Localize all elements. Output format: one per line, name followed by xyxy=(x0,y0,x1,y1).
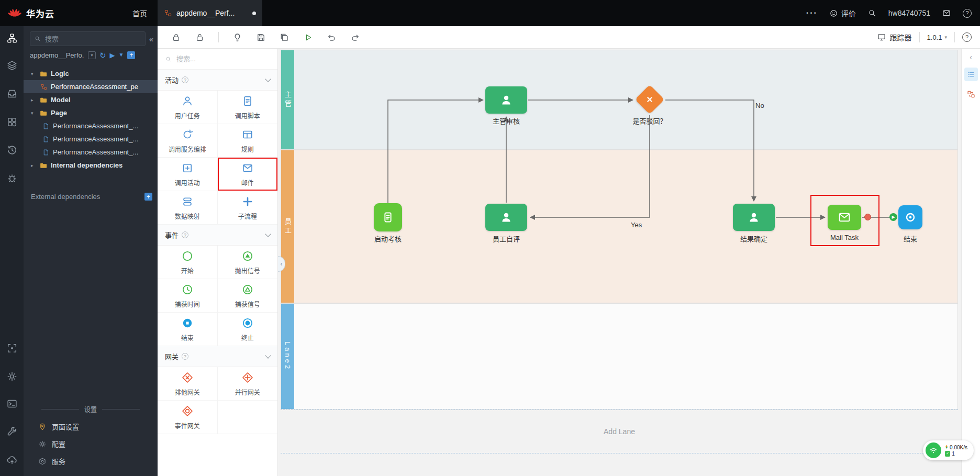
save-all-button[interactable] xyxy=(280,32,289,42)
app-switch-icon[interactable]: ▾ xyxy=(88,51,96,59)
lane-header[interactable]: 主管 xyxy=(281,50,294,149)
tree-folder-model[interactable]: ▸ Model xyxy=(24,93,158,106)
palette-item-rule[interactable]: 规则 xyxy=(218,124,278,158)
rail-history-button[interactable] xyxy=(0,141,24,160)
mail-icon[interactable] xyxy=(942,8,951,18)
rail-components-button[interactable] xyxy=(0,113,24,131)
rail-terminal-button[interactable] xyxy=(0,394,24,413)
run-icon[interactable]: ▶ xyxy=(110,52,115,59)
palette-item-data-mapping[interactable]: 数据映射 xyxy=(158,191,218,225)
palette-item-call-script[interactable]: 调用脚本 xyxy=(218,91,278,124)
palette-item-parallel-gateway[interactable]: 并行网关 xyxy=(218,367,278,401)
username[interactable]: hw84740751 xyxy=(888,9,930,17)
palette-item-call-activity[interactable]: 调用活动 xyxy=(158,158,218,191)
tree-folder-internal-dependencies[interactable]: ▸ Internal dependencies xyxy=(24,159,158,172)
flow-canvas[interactable]: 主管 员工 Lane2 Add Lane xyxy=(278,49,980,476)
rail-layers-button[interactable] xyxy=(0,56,24,75)
section-header-activities[interactable]: 活动 ? xyxy=(158,70,277,91)
feedback-button[interactable]: 评价 xyxy=(829,8,856,18)
app-tab[interactable]: appdemo__Perf... xyxy=(158,0,262,26)
tree-label: Page xyxy=(51,109,67,117)
lane-header[interactable]: Lane2 xyxy=(281,304,294,409)
node-self-evaluation[interactable] xyxy=(485,204,527,231)
section-header-gateways[interactable]: 网关 ? xyxy=(158,346,277,367)
icon-rail xyxy=(0,26,24,476)
home-link[interactable]: 首页 xyxy=(132,8,147,18)
palette-item-mail[interactable]: 邮件 xyxy=(218,158,278,191)
rail-inbox-button[interactable] xyxy=(0,84,24,103)
more-icon[interactable]: ··· xyxy=(806,8,818,18)
node-end[interactable] xyxy=(898,205,922,229)
throw-signal-icon xyxy=(241,250,254,262)
palette-item-exclusive-gateway[interactable]: 排他网关 xyxy=(158,367,218,401)
palette-item-end-event[interactable]: 结束 xyxy=(158,313,218,346)
palette-item-start-event[interactable]: 开始 xyxy=(158,246,218,279)
version-selector[interactable]: 1.0.1 ▾ xyxy=(927,34,947,41)
palette-item-throw-signal[interactable]: 抛出信号 xyxy=(218,246,278,279)
structure-panel-button[interactable] xyxy=(964,87,978,101)
tree-page-item[interactable]: PerformanceAssessment_... xyxy=(24,119,158,132)
huawei-logo-icon[interactable] xyxy=(7,8,22,18)
tree-item-performance-assessment[interactable]: PerformanceAssessment_pe xyxy=(24,80,158,93)
caret-down-icon: ▾ xyxy=(31,110,36,116)
network-status-widget[interactable]: ▲▼ 0.00K/s ✓ 1 xyxy=(923,440,974,460)
connection-anchor-dot[interactable] xyxy=(864,214,871,220)
collapse-panel-icon[interactable]: « xyxy=(148,35,154,43)
rail-scan-button[interactable] xyxy=(0,339,24,358)
node-start-assessment[interactable] xyxy=(374,203,402,231)
explorer-search-input[interactable] xyxy=(30,31,146,46)
node-mail-task[interactable] xyxy=(828,205,861,230)
palette-item-catch-signal[interactable]: 捕获信号 xyxy=(218,279,278,313)
brand-name[interactable]: 华为云 xyxy=(26,7,54,20)
services-item[interactable]: 服务 xyxy=(24,452,158,470)
palette-item-terminate-event[interactable]: 终止 xyxy=(218,313,278,346)
lock-button[interactable] xyxy=(171,32,181,42)
palette-item-user-task[interactable]: 用户任务 xyxy=(158,91,218,124)
properties-panel-button[interactable] xyxy=(964,68,978,81)
tree-folder-logic[interactable]: ▾ Logic xyxy=(24,67,158,80)
configuration-item[interactable]: 配置 xyxy=(24,435,158,452)
run-button[interactable] xyxy=(303,32,313,42)
right-panel-strip: ‹ xyxy=(961,49,980,476)
save-button[interactable] xyxy=(256,32,266,42)
rail-publish-button[interactable] xyxy=(0,450,24,469)
hint-button[interactable] xyxy=(232,32,242,42)
palette-item-subprocess[interactable]: 子流程 xyxy=(218,191,278,225)
lane-body[interactable] xyxy=(294,304,957,409)
expand-all-icon[interactable]: ▼ xyxy=(119,52,124,58)
rail-tools-button[interactable] xyxy=(0,422,24,441)
tree-folder-page[interactable]: ▾ Page xyxy=(24,106,158,119)
cloud-upload-icon xyxy=(6,454,18,466)
unlock-button[interactable] xyxy=(195,32,205,42)
palette-search-input[interactable] xyxy=(176,55,270,63)
rail-settings-button[interactable] xyxy=(0,367,24,386)
tree-label: PerformanceAssessment_... xyxy=(53,148,138,156)
expand-panel-icon[interactable]: ‹ xyxy=(970,53,972,61)
page-settings-item[interactable]: 页面设置 xyxy=(24,418,158,435)
tree-page-item[interactable]: PerformanceAssessment_... xyxy=(24,146,158,159)
lane-header[interactable]: 员工 xyxy=(281,150,294,303)
help-icon[interactable]: ? xyxy=(963,9,972,18)
tracker-button[interactable]: 跟踪器 xyxy=(877,32,912,42)
node-supervisor-review[interactable] xyxy=(485,86,527,114)
palette-item-catch-timer[interactable]: 捕获时间 xyxy=(158,279,218,313)
app-row: appdemo__Perfo... ▾ ↻ ▶ ▼ + xyxy=(24,47,158,63)
search-icon[interactable] xyxy=(867,8,877,18)
app-name[interactable]: appdemo__Perfo... xyxy=(30,51,84,59)
section-header-events[interactable]: 事件 ? xyxy=(158,225,277,246)
node-result-confirmation[interactable] xyxy=(733,204,775,231)
rail-debug-button[interactable] xyxy=(0,169,24,187)
add-resource-button[interactable]: + xyxy=(127,51,135,59)
add-lane-button[interactable]: Add Lane xyxy=(281,409,958,453)
tree-page-item[interactable]: PerformanceAssessment_... xyxy=(24,132,158,146)
rail-app-structure-button[interactable] xyxy=(0,29,24,48)
palette-item-call-flow[interactable]: 调用服务编排 xyxy=(158,124,218,158)
palette-item-event-gateway[interactable]: 事件网关 xyxy=(158,401,218,434)
redo-button[interactable] xyxy=(350,32,360,42)
add-external-dependency-button[interactable]: + xyxy=(144,193,152,201)
refresh-icon[interactable]: ↻ xyxy=(99,51,106,59)
parallel-gateway-icon xyxy=(241,371,254,384)
undo-button[interactable] xyxy=(327,32,337,42)
help-icon[interactable]: ? xyxy=(962,32,972,42)
lane-body[interactable] xyxy=(294,50,957,149)
